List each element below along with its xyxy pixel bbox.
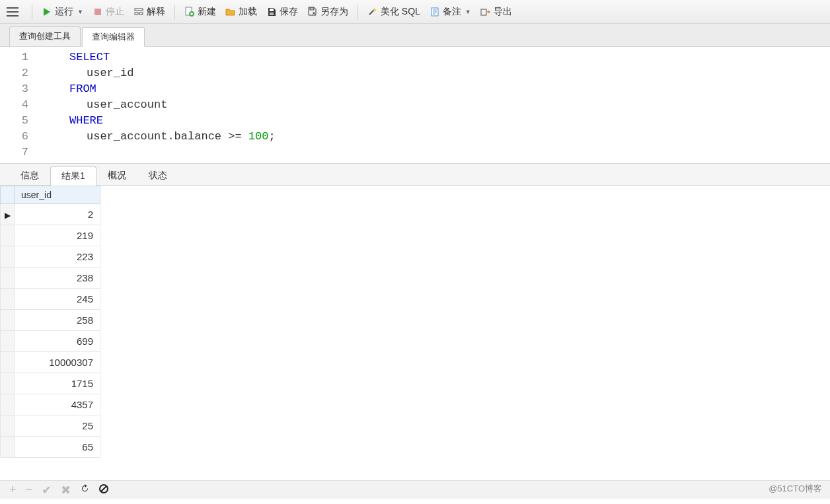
new-icon [184,7,195,17]
grid-footer: + − ✔ ✖ [0,480,830,499]
row-indicator [1,268,15,289]
svg-rect-8 [270,13,274,15]
column-header-user-id[interactable]: user_id [15,186,100,204]
notes-button[interactable]: 备注 ▼ [426,4,475,20]
cell-user-id[interactable]: 65 [15,437,100,458]
cell-user-id[interactable]: 223 [15,246,100,268]
wand-icon [367,7,378,17]
play-icon [42,7,52,17]
table-row[interactable]: 245 [1,289,100,310]
saveas-button[interactable]: 另存为 [303,4,352,20]
beautify-label: 美化 SQL [381,6,420,18]
row-indicator [1,352,15,373]
line-gutter: 1 2 3 4 5 6 7 [0,50,36,161]
notes-icon [430,7,440,17]
cell-user-id[interactable]: 699 [15,331,100,352]
row-indicator [1,246,15,268]
table-row[interactable]: 238 [1,268,100,289]
table-row[interactable]: ▶2 [1,204,100,225]
cell-user-id[interactable]: 10000307 [15,352,100,373]
row-indicator [1,289,15,310]
tab-status[interactable]: 状态 [137,166,178,185]
table-row[interactable]: 1715 [1,373,100,394]
row-indicator [1,331,15,352]
row-indicator: ▶ [1,204,15,225]
svg-rect-3 [135,13,138,15]
save-button[interactable]: 保存 [262,4,302,20]
menu-icon[interactable] [5,7,20,17]
run-label: 运行 [55,6,73,18]
cell-user-id[interactable]: 238 [15,268,100,289]
delete-row-icon[interactable]: − [26,483,33,497]
svg-marker-0 [44,8,50,16]
chevron-down-icon: ▼ [77,9,83,15]
tab-result1[interactable]: 结果1 [50,166,96,186]
tab-query-editor[interactable]: 查询编辑器 [82,27,145,47]
new-button[interactable]: 新建 [180,4,220,20]
saveas-label: 另存为 [321,6,348,18]
table-row[interactable]: 258 [1,310,100,331]
row-indicator [1,310,15,331]
table-row[interactable]: 219 [1,225,100,246]
apply-icon[interactable]: ✔ [42,483,52,497]
svg-rect-1 [94,9,101,15]
explain-label: 解释 [147,6,165,18]
notes-label: 备注 [443,6,461,18]
run-button[interactable]: 运行 ▼ [38,4,87,20]
load-button[interactable]: 加载 [221,4,261,20]
stop-grid-icon[interactable] [99,483,108,497]
table-row[interactable]: 10000307 [1,352,100,373]
cell-user-id[interactable]: 4357 [15,394,100,415]
cell-user-id[interactable]: 2 [15,204,100,225]
watermark: @51CTO博客 [769,483,822,495]
explain-icon [133,7,144,17]
cell-user-id[interactable]: 25 [15,415,100,437]
export-label: 导出 [494,6,512,18]
beautify-button[interactable]: 美化 SQL [363,4,424,20]
cancel-icon[interactable]: ✖ [61,483,71,497]
stop-button[interactable]: 停止 [89,4,128,20]
result-tabstrip: 信息 结果1 概况 状态 [0,164,830,186]
explain-button[interactable]: 解释 [130,4,169,20]
cell-user-id[interactable]: 1715 [15,373,100,394]
tab-info[interactable]: 信息 [9,166,50,185]
svg-rect-11 [481,9,486,15]
table-row[interactable]: 4357 [1,394,100,415]
code-content[interactable]: SELECT user_id FROM user_account WHERE u… [36,50,276,161]
saveas-icon [307,7,318,17]
new-label: 新建 [198,6,216,18]
table-row[interactable]: 25 [1,415,100,437]
folder-icon [225,7,236,17]
table-row[interactable]: 65 [1,437,100,458]
row-indicator [1,394,15,415]
tab-query-builder[interactable]: 查询创建工具 [9,26,81,46]
cell-user-id[interactable]: 219 [15,225,100,246]
sql-editor[interactable]: 1 2 3 4 5 6 7 SELECT user_id FROM user_a… [0,47,830,164]
add-row-icon[interactable]: + [9,483,17,497]
tab-profile[interactable]: 概况 [96,166,137,185]
export-icon [480,7,491,17]
row-indicator [1,437,15,458]
chevron-down-icon: ▼ [465,9,471,15]
row-indicator [1,415,15,437]
row-indicator [1,373,15,394]
save-icon [266,7,277,17]
export-button[interactable]: 导出 [476,4,516,20]
main-toolbar: 运行 ▼ 停止 解释 新建 加载 保存 另存为 [0,0,830,24]
stop-icon [93,7,103,17]
cell-user-id[interactable]: 258 [15,310,100,331]
svg-rect-9 [310,8,314,10]
save-label: 保存 [280,6,298,18]
svg-rect-7 [270,9,274,11]
stop-label: 停止 [106,6,124,18]
cell-user-id[interactable]: 245 [15,289,100,310]
load-label: 加载 [239,6,257,18]
svg-rect-4 [139,13,143,15]
result-grid[interactable]: user_id ▶2219223238245258699100003071715… [0,186,830,458]
table-row[interactable]: 223 [1,246,100,268]
refresh-icon[interactable] [80,483,90,497]
svg-rect-2 [135,9,143,11]
editor-tabstrip: 查询创建工具 查询编辑器 [0,24,830,47]
row-indicator [1,225,15,246]
table-row[interactable]: 699 [1,331,100,352]
